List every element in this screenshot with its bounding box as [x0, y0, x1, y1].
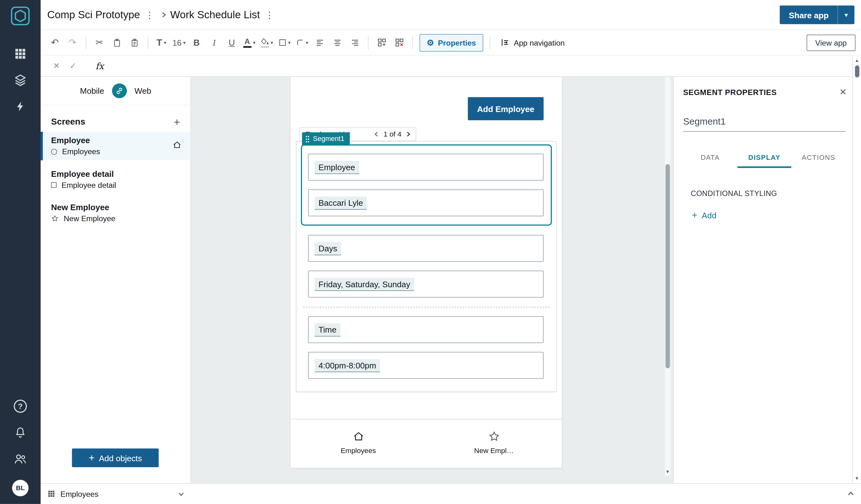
screen-menu-kebab-icon[interactable]: ⋮ [260, 9, 279, 21]
bold-button[interactable]: B [189, 34, 204, 51]
scroll-down-icon[interactable]: ▼ [665, 467, 670, 476]
mobile-screen-preview: Add Employee Employee List 1 of 4 [290, 77, 562, 467]
page-scrollbar[interactable]: ▲ ▼ [852, 55, 861, 483]
screens-title: Screens [51, 117, 85, 127]
close-panel-icon[interactable]: ✕ [839, 87, 847, 97]
drag-handle-icon[interactable] [305, 135, 310, 142]
user-avatar[interactable]: BL [12, 480, 28, 496]
field-time-label[interactable]: Time [308, 316, 544, 343]
web-toggle-label[interactable]: Web [134, 86, 151, 96]
phone-bottom-nav: Employees New Empl… [290, 419, 562, 467]
field-employee-label[interactable]: Employee [308, 154, 544, 181]
align-center-button[interactable] [329, 34, 345, 51]
fill-color-dropdown[interactable]: ▾ [259, 34, 275, 51]
app-menu-kebab-icon[interactable]: ⋮ [140, 9, 159, 21]
formula-cancel-icon[interactable]: ✕ [49, 59, 65, 73]
share-app-button[interactable]: Share app ▼ [780, 5, 855, 24]
share-dropdown-chevron-icon[interactable]: ▼ [838, 5, 855, 24]
breadcrumb-app-name[interactable]: Comp Sci Prototype [47, 9, 140, 21]
app-sidebar: ? BL [0, 0, 41, 504]
segment-drag-tag[interactable]: Segment1 [302, 132, 350, 146]
bound-text: Days [315, 242, 341, 255]
align-left-button[interactable] [312, 34, 327, 51]
team-members-icon[interactable] [10, 448, 31, 470]
nav-label: Employees [341, 446, 376, 454]
redo-button[interactable]: ↷ [65, 34, 80, 51]
segment-name-input[interactable] [683, 112, 846, 132]
honeycode-logo-icon[interactable] [10, 5, 30, 28]
italic-button[interactable]: I [206, 34, 222, 51]
bottom-table-bar: Employees [41, 483, 861, 504]
remove-block-button[interactable] [392, 34, 407, 51]
automations-icon[interactable] [10, 96, 31, 118]
screen-title: New Employee [51, 202, 184, 212]
undo-button[interactable]: ↶ [47, 34, 63, 51]
text-style-dropdown[interactable]: T ▾ [154, 34, 169, 51]
paste-button[interactable] [127, 34, 142, 51]
design-canvas[interactable]: Add Employee Employee List 1 of 4 [191, 77, 673, 483]
table-dropdown-chevron-icon[interactable] [178, 490, 184, 497]
borders-dropdown[interactable]: ▾ [277, 34, 292, 51]
view-app-button[interactable]: View app [807, 34, 856, 51]
nav-item-employees[interactable]: Employees [290, 430, 426, 468]
tab-display[interactable]: DISPLAY [737, 148, 791, 168]
toolbar-divider [490, 36, 490, 49]
screen-item-employee-detail[interactable]: Employee detail Employee detail [41, 165, 190, 194]
mobile-toggle-label[interactable]: Mobile [80, 86, 104, 96]
expand-tables-chevron-icon[interactable] [847, 490, 861, 498]
nav-label: New Empl… [474, 446, 514, 454]
add-screen-button[interactable]: + [174, 116, 180, 127]
toolbar-divider [412, 36, 413, 49]
add-block-button[interactable] [374, 34, 389, 51]
help-icon[interactable]: ? [10, 395, 31, 417]
table-grid-icon [47, 490, 55, 498]
scroll-down-icon[interactable]: ▼ [853, 474, 861, 482]
table-selector[interactable]: Employees [41, 490, 191, 498]
plus-icon: + [692, 211, 697, 220]
underline-button[interactable]: U [224, 34, 240, 51]
field-time-value[interactable]: 4:00pm-8:00pm [308, 352, 544, 379]
app-navigation-button[interactable]: App navigation [495, 38, 570, 47]
add-objects-button[interactable]: + Add objects [72, 449, 159, 467]
builder-layers-icon[interactable] [10, 69, 31, 91]
scroll-up-icon[interactable]: ▲ [853, 57, 861, 64]
copy-button[interactable] [109, 34, 125, 51]
link-screens-icon[interactable] [112, 83, 127, 98]
field-days-value[interactable]: Friday, Saturday, Sunday [308, 270, 544, 298]
properties-button[interactable]: ⚙ Properties [420, 34, 483, 51]
home-icon [352, 430, 364, 442]
bound-text: Employee [315, 160, 359, 174]
field-employee-value[interactable]: Baccari Lyle [308, 190, 544, 216]
canvas-scrollbar-thumb[interactable] [666, 164, 670, 368]
align-right-button[interactable] [347, 34, 363, 51]
breadcrumb-screen-name[interactable]: Work Schedule List [170, 9, 260, 21]
formula-bar: ✕ ✓ fx [41, 55, 861, 77]
page-scrollbar-thumb[interactable] [855, 66, 859, 78]
formula-confirm-icon[interactable]: ✓ [65, 59, 81, 73]
nav-item-new-employee[interactable]: New Empl… [426, 430, 562, 468]
screen-title: Employee detail [51, 169, 184, 178]
screen-item-new-employee[interactable]: New Employee New Employee [41, 199, 190, 227]
add-employee-button[interactable]: Add Employee [468, 97, 544, 120]
text-color-dropdown[interactable]: A ▾ [242, 34, 257, 51]
field-days-label[interactable]: Days [308, 235, 544, 262]
device-toggle: Mobile Web [41, 77, 190, 106]
tables-icon[interactable] [10, 43, 31, 65]
canvas-scrollbar[interactable]: ▼ [664, 77, 671, 476]
screen-subtitle: Employees [62, 147, 100, 156]
toolbar-divider [368, 36, 369, 49]
plus-icon: + [89, 453, 94, 463]
font-size-dropdown[interactable]: 16 ▾ [171, 34, 187, 51]
corner-radius-dropdown[interactable]: ▾ [294, 34, 310, 51]
tab-data[interactable]: DATA [683, 148, 737, 168]
next-page-icon[interactable] [405, 131, 411, 137]
cut-button[interactable]: ✂ [92, 34, 107, 51]
add-conditional-style-button[interactable]: + Add [692, 211, 716, 220]
screen-item-employee[interactable]: Employee Employees [41, 132, 190, 160]
tab-actions[interactable]: ACTIONS [791, 148, 846, 168]
text-color-letter: A [245, 38, 250, 45]
prev-page-icon[interactable] [373, 131, 380, 137]
add-objects-label: Add objects [99, 453, 142, 462]
app-navigation-icon [500, 38, 509, 47]
notifications-bell-icon[interactable] [10, 422, 31, 444]
